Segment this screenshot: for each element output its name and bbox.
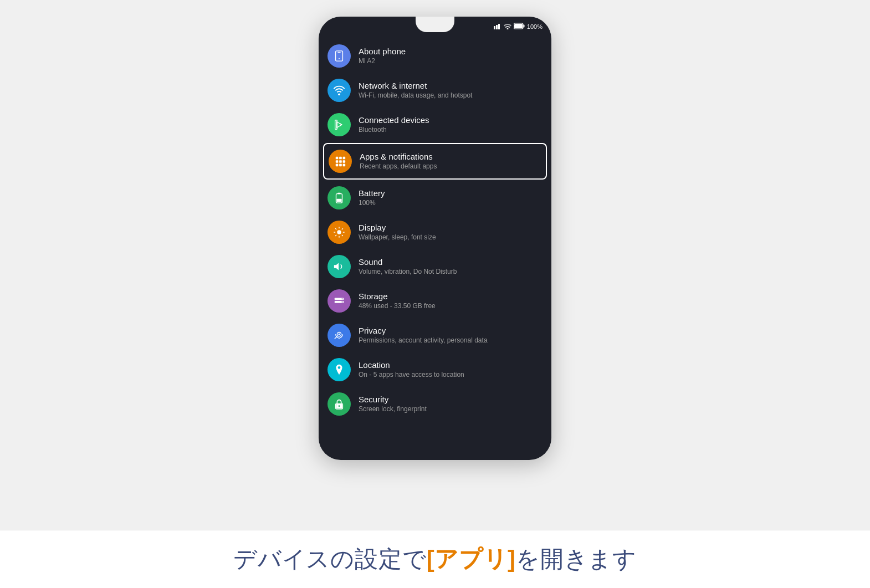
svg-rect-18 — [343, 164, 346, 167]
battery-text: Battery 100% — [359, 188, 385, 208]
sound-subtitle: Volume, vibration, Do Not Disturb — [359, 268, 457, 277]
settings-item-security[interactable]: Security Screen lock, fingerprint — [319, 387, 551, 421]
security-text: Security Screen lock, fingerprint — [359, 394, 427, 414]
svg-point-26 — [341, 301, 342, 303]
svg-rect-17 — [339, 164, 342, 167]
security-icon-circle — [327, 392, 351, 416]
svg-rect-14 — [339, 160, 342, 163]
display-subtitle: Wallpaper, sleep, font size — [359, 233, 436, 242]
battery-icon-circle — [327, 186, 351, 209]
wifi-icon — [504, 23, 511, 30]
svg-rect-5 — [523, 25, 524, 28]
svg-point-25 — [341, 298, 342, 299]
network-subtitle: Wi-Fi, mobile, data usage, and hotspot — [359, 91, 472, 100]
location-text: Location On - 5 apps have access to loca… — [359, 360, 464, 380]
settings-item-apps[interactable]: Apps & notifications Recent apps, defaul… — [323, 143, 547, 180]
svg-rect-9 — [335, 120, 337, 130]
settings-item-sound[interactable]: Sound Volume, vibration, Do Not Disturb — [319, 249, 551, 284]
storage-subtitle: 48% used - 33.50 GB free — [359, 302, 436, 311]
connected-title: Connected devices — [359, 115, 429, 126]
svg-point-29 — [339, 334, 340, 335]
sound-title: Sound — [359, 257, 457, 268]
about-phone-subtitle: Mi A2 — [359, 57, 406, 66]
storage-text: Storage 48% used - 33.50 GB free — [359, 291, 436, 311]
settings-item-about-phone[interactable]: About phone Mi A2 — [319, 39, 551, 73]
connected-subtitle: Bluetooth — [359, 126, 429, 135]
connected-text: Connected devices Bluetooth — [359, 115, 429, 135]
about-phone-title: About phone — [359, 46, 406, 57]
svg-rect-4 — [514, 24, 523, 28]
caption-suffix: を開きます — [516, 546, 637, 572]
battery-percent: 100% — [527, 23, 543, 30]
svg-rect-2 — [498, 24, 500, 29]
caption-text: デバイスの設定で[アプリ]を開きます — [233, 544, 637, 575]
sound-text: Sound Volume, vibration, Do Not Disturb — [359, 257, 457, 277]
settings-item-network[interactable]: Network & internet Wi-Fi, mobile, data u… — [319, 73, 551, 108]
svg-point-22 — [337, 230, 341, 234]
settings-list: About phone Mi A2 — [319, 34, 551, 426]
security-subtitle: Screen lock, fingerprint — [359, 405, 427, 414]
phone-mockup: 100% About phone Mi A2 — [319, 17, 551, 460]
storage-icon-circle — [327, 289, 351, 313]
svg-rect-7 — [337, 52, 341, 53]
battery-title: Battery — [359, 188, 385, 199]
apps-title: Apps & notifications — [360, 151, 437, 162]
signal-icon — [494, 23, 501, 30]
svg-rect-21 — [336, 199, 341, 202]
privacy-icon-circle — [327, 324, 351, 347]
location-subtitle: On - 5 apps have access to location — [359, 371, 464, 380]
svg-rect-0 — [494, 26, 495, 29]
svg-point-8 — [339, 58, 340, 59]
svg-rect-10 — [336, 157, 339, 160]
privacy-text: Privacy Permissions, account activity, p… — [359, 325, 488, 345]
battery-subtitle: 100% — [359, 199, 385, 208]
settings-item-battery[interactable]: Battery 100% — [319, 181, 551, 215]
connected-icon-circle — [327, 113, 351, 136]
svg-rect-13 — [336, 160, 339, 163]
network-text: Network & internet Wi-Fi, mobile, data u… — [359, 80, 472, 100]
about-phone-icon-circle — [327, 44, 351, 68]
settings-item-location[interactable]: Location On - 5 apps have access to loca… — [319, 352, 551, 387]
display-icon-circle — [327, 221, 351, 244]
about-phone-text: About phone Mi A2 — [359, 46, 406, 66]
battery-icon — [514, 23, 525, 30]
network-title: Network & internet — [359, 80, 472, 91]
apps-icon-circle — [329, 150, 352, 173]
phone-frame: 100% About phone Mi A2 — [0, 0, 870, 530]
phone-notch — [416, 17, 454, 32]
settings-item-storage[interactable]: Storage 48% used - 33.50 GB free — [319, 284, 551, 318]
caption-area: デバイスの設定で[アプリ]を開きます — [0, 530, 870, 588]
display-text: Display Wallpaper, sleep, font size — [359, 222, 436, 242]
location-icon-circle — [327, 358, 351, 381]
caption-prefix: デバイスの設定で — [233, 546, 427, 572]
svg-rect-20 — [337, 193, 341, 194]
settings-item-privacy[interactable]: Privacy Permissions, account activity, p… — [319, 318, 551, 352]
svg-point-30 — [338, 366, 341, 369]
network-icon-circle — [327, 79, 351, 102]
apps-subtitle: Recent apps, default apps — [360, 162, 437, 171]
svg-rect-11 — [339, 157, 342, 160]
settings-item-connected[interactable]: Connected devices Bluetooth — [319, 108, 551, 142]
settings-item-display[interactable]: Display Wallpaper, sleep, font size — [319, 215, 551, 249]
storage-title: Storage — [359, 291, 436, 302]
svg-rect-16 — [336, 164, 339, 167]
svg-rect-15 — [343, 160, 346, 163]
svg-rect-12 — [343, 157, 346, 160]
sound-icon-circle — [327, 255, 351, 278]
location-title: Location — [359, 360, 464, 371]
apps-text: Apps & notifications Recent apps, defaul… — [360, 151, 437, 171]
privacy-title: Privacy — [359, 325, 488, 336]
security-title: Security — [359, 394, 427, 405]
status-icons: 100% — [494, 23, 543, 30]
svg-point-33 — [339, 405, 340, 407]
privacy-subtitle: Permissions, account activity, personal … — [359, 336, 488, 345]
page-wrapper: 100% About phone Mi A2 — [0, 0, 870, 588]
display-title: Display — [359, 222, 436, 233]
caption-highlight: [アプリ] — [427, 546, 516, 572]
svg-rect-1 — [496, 25, 498, 29]
